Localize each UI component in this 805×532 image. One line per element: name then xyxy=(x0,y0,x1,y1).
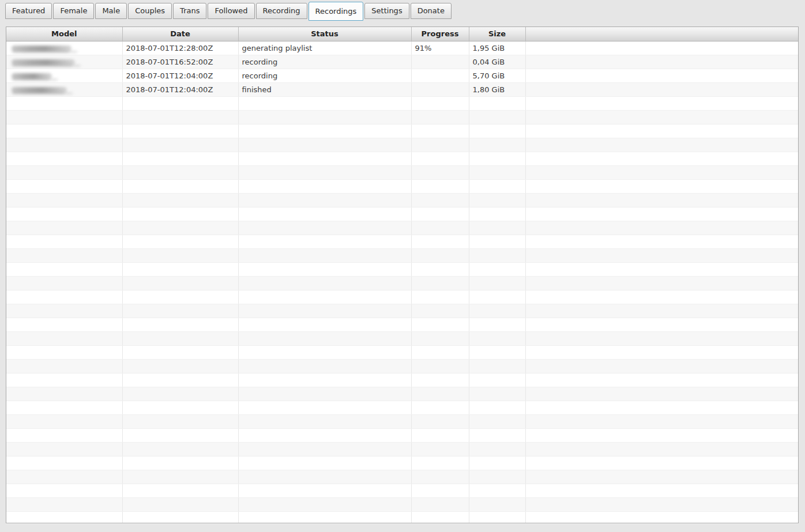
empty-cell xyxy=(469,484,525,497)
empty-cell xyxy=(411,193,469,207)
empty-cell xyxy=(525,290,798,304)
empty-cell xyxy=(469,401,525,414)
recording-row[interactable]: 2018-07-01T16:52:00Zrecording0,04 GiB xyxy=(6,55,798,69)
empty-cell xyxy=(122,442,238,456)
empty-cell xyxy=(122,248,238,262)
empty-cell xyxy=(238,235,411,248)
empty-cell xyxy=(6,110,122,124)
empty-cell xyxy=(525,470,798,484)
cell-extra xyxy=(525,82,798,96)
empty-cell xyxy=(411,387,469,401)
empty-cell xyxy=(238,124,411,138)
empty-cell xyxy=(525,456,798,470)
empty-cell xyxy=(6,511,122,523)
empty-cell xyxy=(238,331,411,345)
empty-cell xyxy=(6,401,122,414)
empty-cell xyxy=(238,497,411,511)
empty-cell xyxy=(122,484,238,497)
empty-cell xyxy=(525,221,798,235)
column-header-status[interactable]: Status xyxy=(238,27,411,41)
empty-cell xyxy=(469,304,525,318)
empty-cell xyxy=(469,345,525,359)
empty-cell xyxy=(122,373,238,387)
recording-row[interactable]: 2018-07-01T12:04:00Zfinished1,80 GiB xyxy=(6,82,798,96)
empty-cell xyxy=(411,428,469,442)
empty-row xyxy=(6,248,798,262)
column-header-size[interactable]: Size xyxy=(469,27,525,41)
empty-cell xyxy=(238,401,411,414)
cell-extra xyxy=(525,69,798,82)
empty-cell xyxy=(238,193,411,207)
empty-cell xyxy=(238,442,411,456)
empty-cell xyxy=(469,387,525,401)
empty-cell xyxy=(469,152,525,165)
empty-cell xyxy=(6,456,122,470)
recording-row[interactable]: 2018-07-01T12:04:00Zrecording5,70 GiB xyxy=(6,69,798,82)
cell-model xyxy=(6,69,122,82)
empty-cell xyxy=(411,262,469,276)
empty-cell xyxy=(238,165,411,179)
empty-cell xyxy=(469,414,525,428)
empty-cell xyxy=(6,470,122,484)
empty-cell xyxy=(469,207,525,221)
tab-featured[interactable]: Featured xyxy=(5,3,52,19)
empty-cell xyxy=(525,497,798,511)
cell-status: finished xyxy=(238,82,411,96)
cell-model xyxy=(6,55,122,69)
empty-cell xyxy=(238,96,411,110)
empty-cell xyxy=(525,442,798,456)
empty-cell xyxy=(238,484,411,497)
empty-cell xyxy=(238,207,411,221)
tab-couples[interactable]: Couples xyxy=(128,3,172,19)
empty-cell xyxy=(411,345,469,359)
empty-cell xyxy=(411,318,469,331)
cell-extra xyxy=(525,41,798,55)
empty-cell xyxy=(525,414,798,428)
tab-trans[interactable]: Trans xyxy=(173,3,206,19)
empty-cell xyxy=(122,511,238,523)
empty-cell xyxy=(6,497,122,511)
empty-cell xyxy=(6,387,122,401)
empty-cell xyxy=(6,276,122,290)
tab-female[interactable]: Female xyxy=(53,3,94,19)
empty-row xyxy=(6,262,798,276)
empty-cell xyxy=(6,207,122,221)
empty-row xyxy=(6,96,798,110)
empty-cell xyxy=(411,331,469,345)
empty-cell xyxy=(411,138,469,152)
empty-cell xyxy=(122,359,238,373)
tab-recordings[interactable]: Recordings xyxy=(309,2,364,21)
empty-cell xyxy=(525,387,798,401)
tab-recording[interactable]: Recording xyxy=(256,3,307,19)
empty-cell xyxy=(469,235,525,248)
empty-cell xyxy=(411,124,469,138)
empty-cell xyxy=(411,414,469,428)
column-header-model[interactable]: Model xyxy=(6,27,122,41)
tab-male[interactable]: Male xyxy=(95,3,127,19)
empty-row xyxy=(6,193,798,207)
empty-cell xyxy=(122,235,238,248)
empty-row xyxy=(6,276,798,290)
empty-cell xyxy=(122,318,238,331)
empty-row xyxy=(6,138,798,152)
empty-cell xyxy=(411,179,469,193)
empty-cell xyxy=(411,165,469,179)
empty-cell xyxy=(238,110,411,124)
column-header-progress[interactable]: Progress xyxy=(411,27,469,41)
tab-settings[interactable]: Settings xyxy=(364,3,409,19)
empty-row xyxy=(6,165,798,179)
recording-row[interactable]: 2018-07-01T12:28:00Zgenerating playlist9… xyxy=(6,41,798,55)
empty-row xyxy=(6,110,798,124)
empty-row xyxy=(6,497,798,511)
empty-cell xyxy=(122,96,238,110)
empty-cell xyxy=(525,373,798,387)
empty-cell xyxy=(411,401,469,414)
cell-date: 2018-07-01T12:04:00Z xyxy=(122,69,238,82)
empty-cell xyxy=(469,138,525,152)
tab-donate[interactable]: Donate xyxy=(411,3,452,19)
empty-cell xyxy=(238,276,411,290)
empty-cell xyxy=(122,331,238,345)
column-header-date[interactable]: Date xyxy=(122,27,238,41)
tab-followed[interactable]: Followed xyxy=(208,3,254,19)
empty-cell xyxy=(238,262,411,276)
